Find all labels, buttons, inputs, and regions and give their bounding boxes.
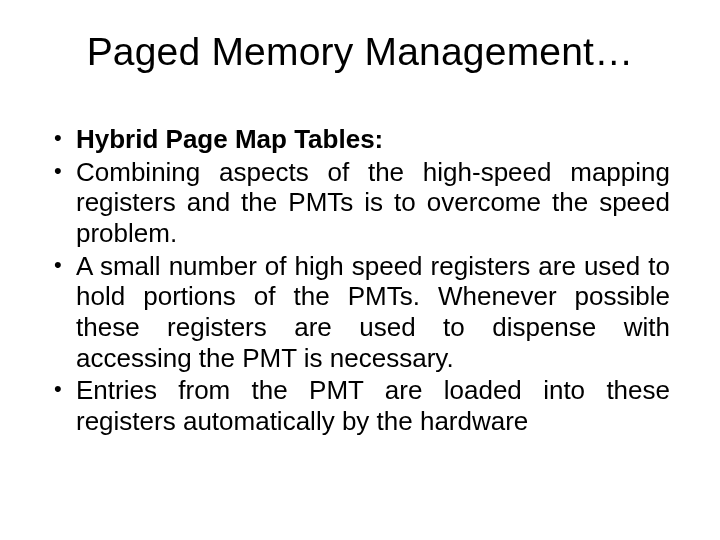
bullet-list: Hybrid Page Map Tables: Combining aspect…	[50, 124, 670, 437]
bullet-text: A small number of high speed registers a…	[76, 251, 670, 373]
list-item: Entries from the PMT are loaded into the…	[50, 375, 670, 436]
list-item: A small number of high speed registers a…	[50, 251, 670, 374]
slide-title: Paged Memory Management…	[50, 30, 670, 74]
bullet-text: Entries from the PMT are loaded into the…	[76, 375, 670, 436]
list-item: Combining aspects of the high-speed mapp…	[50, 157, 670, 249]
bullet-text: Hybrid Page Map Tables:	[76, 124, 383, 154]
slide: Paged Memory Management… Hybrid Page Map…	[0, 0, 720, 540]
list-item: Hybrid Page Map Tables:	[50, 124, 670, 155]
bullet-text: Combining aspects of the high-speed mapp…	[76, 157, 670, 248]
